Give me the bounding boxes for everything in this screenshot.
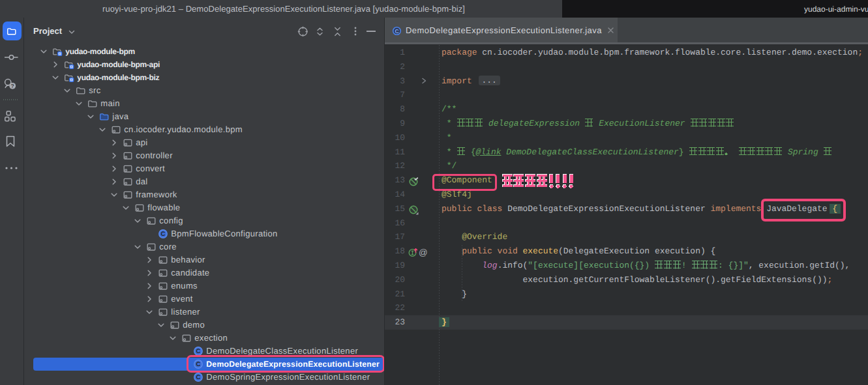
svg-text:?: ?	[11, 83, 14, 89]
svg-text:C: C	[395, 27, 398, 34]
svg-text:C: C	[161, 231, 166, 238]
svg-text:C: C	[196, 348, 201, 355]
svg-text:C: C	[196, 374, 201, 381]
